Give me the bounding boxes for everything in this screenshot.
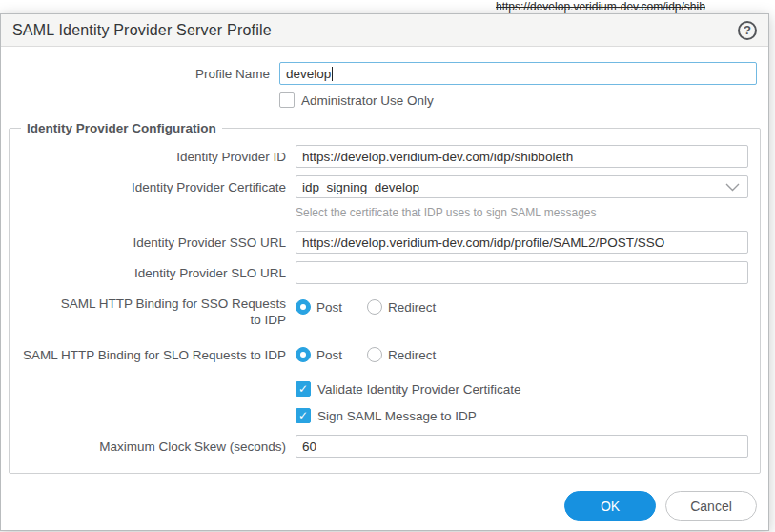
profile-name-value: develop (286, 67, 331, 81)
sso-binding-label: SAML HTTP Binding for SSO Requests to ID… (17, 296, 296, 328)
sign-saml-message-label: Sign SAML Message to IDP (317, 409, 477, 423)
maximum-clock-skew-label: Maximum Clock Skew (seconds) (17, 439, 296, 455)
sso-binding-redirect-radio[interactable]: Redirect (367, 299, 436, 315)
identity-provider-sso-url-input[interactable] (296, 231, 748, 254)
validate-idp-certificate-checkbox[interactable]: ✓ Validate Identity Provider Certificate (296, 381, 748, 397)
identity-provider-certificate-value: idp_signing_develop (302, 180, 419, 194)
administrator-use-only-label: Administrator Use Only (301, 93, 434, 108)
chevron-down-icon (725, 183, 740, 192)
slo-binding-redirect-radio[interactable]: Redirect (367, 347, 436, 362)
slo-binding-radio-group: Post Redirect (296, 343, 748, 366)
background-page-url: https://develop.veridium-dev.com/idp/shi… (496, 0, 705, 13)
dialog-header: SAML Identity Provider Server Profile ? (1, 14, 768, 47)
identity-provider-configuration-legend: Identity Provider Configuration (21, 121, 222, 135)
certificate-helper-text: Select the certificate that IDP uses to … (296, 206, 748, 219)
ok-button[interactable]: OK (564, 491, 656, 521)
identity-provider-slo-url-label: Identity Provider SLO URL (17, 265, 296, 281)
slo-binding-post-label: Post (316, 348, 342, 362)
profile-name-input[interactable]: develop (279, 62, 757, 85)
slo-binding-label: SAML HTTP Binding for SLO Requests to ID… (17, 347, 296, 363)
cancel-button[interactable]: Cancel (665, 491, 757, 521)
sso-binding-post-radio[interactable]: Post (296, 299, 342, 315)
radio-unselected-icon[interactable] (367, 299, 382, 315)
sso-binding-radio-group: Post Redirect (296, 296, 748, 318)
saml-idp-server-profile-dialog: SAML Identity Provider Server Profile ? … (0, 13, 769, 531)
dialog-title: SAML Identity Provider Server Profile (12, 22, 272, 39)
checkbox-unchecked-icon[interactable] (279, 92, 295, 108)
sso-binding-redirect-label: Redirect (388, 300, 436, 315)
sso-binding-post-label: Post (316, 300, 342, 315)
identity-provider-certificate-label: Identity Provider Certificate (17, 179, 296, 195)
administrator-use-only-checkbox[interactable]: Administrator Use Only (279, 92, 757, 108)
identity-provider-sso-url-label: Identity Provider SSO URL (17, 235, 296, 251)
radio-selected-icon[interactable] (296, 299, 311, 315)
dialog-body: Profile Name develop Administrator Use O… (1, 47, 768, 474)
text-caret (332, 67, 333, 81)
identity-provider-slo-url-input[interactable] (296, 261, 748, 284)
maximum-clock-skew-input[interactable] (296, 435, 748, 458)
sign-saml-message-checkbox[interactable]: ✓ Sign SAML Message to IDP (296, 408, 748, 423)
profile-name-label: Profile Name (1, 66, 279, 82)
identity-provider-certificate-select[interactable]: idp_signing_develop (296, 175, 748, 198)
checkbox-checked-icon[interactable]: ✓ (296, 408, 311, 423)
slo-binding-post-radio[interactable]: Post (296, 347, 342, 362)
identity-provider-id-label: Identity Provider ID (17, 149, 296, 165)
radio-selected-icon[interactable] (296, 347, 311, 362)
validate-idp-certificate-label: Validate Identity Provider Certificate (317, 382, 521, 397)
checkbox-checked-icon[interactable]: ✓ (296, 381, 311, 397)
radio-unselected-icon[interactable] (367, 347, 382, 362)
identity-provider-configuration-group: Identity Provider Configuration Identity… (9, 121, 761, 474)
identity-provider-id-input[interactable] (296, 145, 748, 168)
help-icon[interactable]: ? (738, 21, 757, 40)
dialog-footer: OK Cancel (564, 491, 757, 521)
slo-binding-redirect-label: Redirect (388, 348, 436, 362)
